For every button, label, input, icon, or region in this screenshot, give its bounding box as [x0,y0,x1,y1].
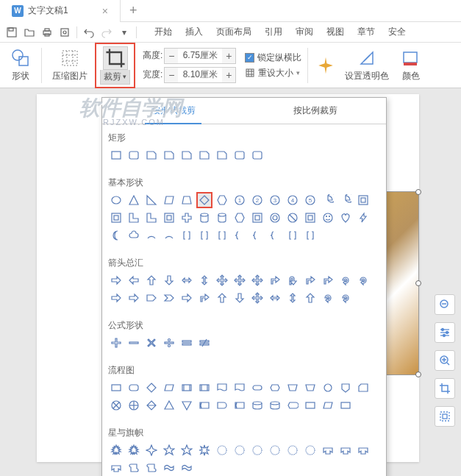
shape-option[interactable] [126,397,142,413]
shape-option[interactable] [179,397,195,413]
shape-option[interactable] [196,227,212,244]
shape-option[interactable] [320,380,336,396]
shape-option[interactable] [320,210,336,226]
shape-option[interactable] [232,272,248,288]
shape-option[interactable] [126,210,142,226]
shape-option[interactable] [302,210,318,226]
shape-option[interactable] [143,290,160,306]
save-icon[interactable] [6,26,18,38]
shape-option[interactable] [249,397,265,413]
shape-option[interactable] [126,460,142,476]
shape-option[interactable] [108,147,124,163]
resize-handle[interactable] [415,372,421,377]
shape-option[interactable] [196,210,212,226]
shape-option[interactable] [161,335,177,351]
shape-option[interactable] [285,272,301,288]
shape-option[interactable] [355,192,371,208]
shape-option[interactable] [232,210,248,226]
shape-option[interactable] [143,380,160,396]
menu-review[interactable]: 审阅 [296,26,313,38]
menu-chapter[interactable]: 章节 [357,26,375,38]
dropdown-icon[interactable]: ▾ [118,26,130,38]
shape-option[interactable] [214,227,230,244]
shape-option[interactable] [108,397,124,413]
shape-option[interactable] [143,272,160,288]
shape-option[interactable] [161,272,177,288]
shape-option[interactable]: 3 [267,192,283,208]
shape-option[interactable] [285,397,301,413]
transparency-button[interactable]: 设置透明色 [340,46,393,84]
zoom-out-button[interactable] [435,294,455,315]
shape-button[interactable]: 形状 [6,46,35,84]
shape-option[interactable] [355,210,371,226]
shape-option[interactable] [143,397,160,413]
shape-option[interactable] [108,192,124,208]
plus-icon[interactable]: + [222,49,235,63]
shape-option[interactable] [285,442,301,458]
shape-option[interactable] [108,227,124,244]
shape-option[interactable] [267,380,283,396]
shape-option[interactable] [196,397,212,413]
effect-button[interactable] [314,54,337,77]
shape-option[interactable] [355,272,371,288]
print-icon[interactable] [41,26,53,38]
shape-option[interactable] [355,442,371,458]
shape-option[interactable] [320,192,336,208]
shape-option[interactable] [161,210,177,226]
shape-option[interactable] [214,147,230,163]
shape-option[interactable] [355,380,371,396]
shape-option[interactable] [143,147,160,163]
shape-option[interactable] [196,290,212,306]
shape-option[interactable] [267,210,283,226]
lock-ratio-checkbox[interactable]: ✓ 锁定纵横比 [245,51,301,64]
shape-option[interactable] [161,147,177,163]
shape-option[interactable] [337,272,354,288]
shape-option[interactable] [320,290,336,306]
shape-option[interactable] [232,397,248,413]
open-icon[interactable] [24,26,35,38]
preview-icon[interactable] [59,26,71,38]
crop-tool-button[interactable] [435,378,455,399]
shape-option[interactable] [285,290,301,306]
shape-option[interactable] [143,335,160,351]
shape-option[interactable]: 2 [249,192,265,208]
tab-by-shape[interactable]: 按形状裁剪 [102,98,244,124]
properties-button[interactable] [435,322,455,343]
menu-insert[interactable]: 插入 [185,26,203,38]
minus-icon[interactable]: − [165,49,178,63]
shape-option[interactable] [320,272,336,288]
shape-option[interactable] [143,442,160,458]
plus-icon[interactable]: + [222,68,235,82]
shape-option[interactable] [126,380,142,396]
shape-option[interactable] [249,210,265,226]
shape-option[interactable] [179,442,195,458]
shape-option[interactable] [108,272,124,288]
undo-icon[interactable] [83,26,95,38]
shape-option[interactable] [143,460,160,476]
reset-size-button[interactable]: 重设大小 ▾ [245,67,301,79]
zoom-in-button[interactable] [435,350,455,371]
shape-option[interactable] [214,210,230,226]
menu-view[interactable]: 视图 [326,26,344,38]
shape-option[interactable] [179,272,195,288]
shape-option[interactable] [179,227,195,244]
shape-option[interactable] [320,397,336,413]
shape-option[interactable] [143,192,160,208]
shape-option[interactable] [161,290,177,306]
shape-option[interactable] [267,442,283,458]
shape-option[interactable] [232,147,248,163]
shape-option[interactable] [179,210,195,226]
shape-option[interactable] [337,290,354,306]
shape-option[interactable] [179,380,195,396]
shape-option[interactable] [126,192,142,208]
shape-option[interactable] [143,210,160,226]
shape-option[interactable] [179,335,195,351]
shape-option[interactable] [108,380,124,396]
shape-option[interactable] [249,272,265,288]
shape-option[interactable] [179,460,195,476]
shape-option[interactable] [285,227,301,244]
shape-option[interactable] [302,227,318,244]
shape-option[interactable] [161,227,177,244]
shape-option[interactable] [302,397,318,413]
shape-option[interactable]: 4 [285,192,301,208]
